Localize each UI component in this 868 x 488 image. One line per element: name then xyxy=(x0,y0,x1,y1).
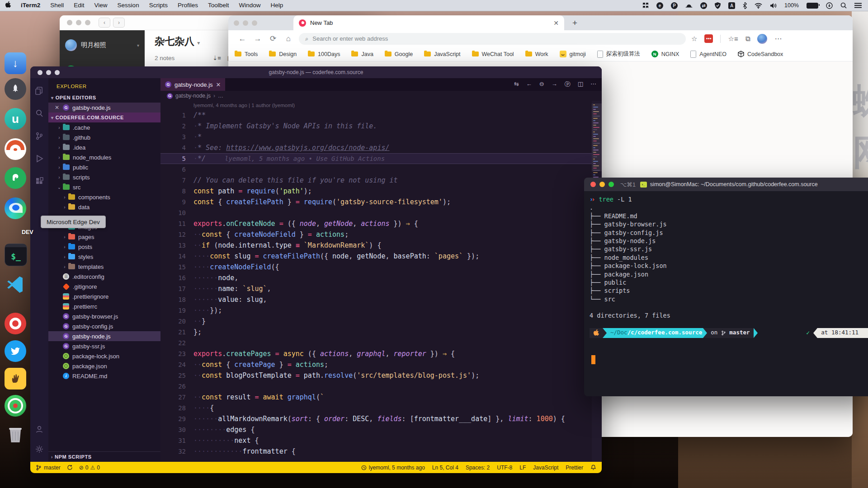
red-app-icon[interactable] xyxy=(5,313,26,334)
tree-item-gatsby-node.js[interactable]: Ggatsby-node.js xyxy=(48,331,160,341)
trash-icon[interactable] xyxy=(5,424,26,446)
menu-item-shell[interactable]: Shell xyxy=(45,0,69,11)
open-editor-item[interactable]: ✕ G gatsby-node.js xyxy=(48,103,160,113)
bookmark-item[interactable]: WeChat Tool xyxy=(472,51,514,57)
extension-icon[interactable]: ••• xyxy=(704,34,713,43)
close-button[interactable] xyxy=(590,182,596,187)
sync-icon[interactable] xyxy=(67,465,73,470)
tree-item-package.json[interactable]: ⬡package.json xyxy=(48,361,160,371)
tree-item-.idea[interactable]: ›.idea xyxy=(48,142,160,152)
forward-button[interactable]: › xyxy=(113,18,125,28)
browser-tab[interactable]: New Tab ✕ xyxy=(293,15,564,30)
utools-icon[interactable]: u xyxy=(5,108,26,130)
menu-item-session[interactable]: Session xyxy=(113,0,144,11)
problems-item[interactable]: ⊘0 ⚠0 xyxy=(79,465,100,471)
input-source-icon[interactable]: A xyxy=(728,2,735,9)
encoding[interactable]: UTF-8 xyxy=(497,465,512,471)
bookmark-item[interactable]: Java xyxy=(351,51,373,57)
account-icon[interactable] xyxy=(35,425,44,436)
back-icon[interactable]: ← xyxy=(235,34,250,43)
rocket-app-icon[interactable] xyxy=(5,78,26,100)
tree-item-.gitignore[interactable]: .gitignore xyxy=(48,282,160,291)
bookmark-item[interactable]: 100Days xyxy=(308,51,340,57)
minimize-button[interactable] xyxy=(243,20,248,26)
vscode-icon[interactable] xyxy=(5,275,26,296)
tree-item-posts[interactable]: ›posts xyxy=(48,242,160,252)
git-branch-item[interactable]: master xyxy=(36,465,61,471)
close-button[interactable] xyxy=(67,20,72,25)
tree-item-src[interactable]: ⌄src xyxy=(48,182,160,192)
menu-item-edit[interactable]: Edit xyxy=(69,0,89,11)
editor-tab[interactable]: G gatsby-node.js ✕ xyxy=(160,78,225,91)
evernote-status-icon[interactable]: e xyxy=(656,2,663,9)
bookmark-item[interactable]: CodeSandbox xyxy=(738,51,783,57)
bookmark-item[interactable]: Tools xyxy=(235,51,258,57)
bookmark-item[interactable]: Design xyxy=(269,51,297,57)
project-root-header[interactable]: ▾ CODERFEE.COM.SOURCE xyxy=(48,113,160,122)
editor-action-icon-2[interactable]: ⊖ xyxy=(539,80,544,89)
control-center-icon[interactable] xyxy=(854,2,862,9)
bookmark-item[interactable]: gitmoji xyxy=(560,51,586,57)
magnet-icon[interactable] xyxy=(642,2,649,9)
bookmark-item[interactable]: JavaScript xyxy=(424,51,460,57)
menu-item-scripts[interactable]: Scripts xyxy=(144,0,173,11)
tree-item-gatsby-ssr.js[interactable]: Ggatsby-ssr.js xyxy=(48,341,160,351)
tree-item-gatsby-browser.js[interactable]: Ggatsby-browser.js xyxy=(48,311,160,321)
files-icon[interactable] xyxy=(35,86,44,97)
notifications-bell-icon[interactable] xyxy=(590,465,596,470)
menu-item-view[interactable]: View xyxy=(90,0,113,11)
tree-item-data[interactable]: ›data xyxy=(48,202,160,212)
extensions-icon[interactable] xyxy=(35,177,44,188)
tree-item-.prettierrc[interactable]: .prettierrc xyxy=(48,301,160,311)
search-icon[interactable] xyxy=(35,109,44,120)
apple-menu[interactable] xyxy=(0,0,16,11)
iterm-icon[interactable]: $_ xyxy=(5,244,26,265)
collections-icon[interactable]: ⧉ xyxy=(745,35,750,43)
tab-close-icon[interactable]: ✕ xyxy=(216,81,221,88)
bookmark-item[interactable]: 探索初级算法 xyxy=(597,50,640,58)
zoom-button[interactable] xyxy=(252,20,257,26)
npm-scripts-header[interactable]: › NPM SCRIPTS xyxy=(48,451,160,462)
address-bar[interactable]: ⌕ Search or enter web address xyxy=(299,33,686,45)
tree-item-.github[interactable]: ›.github xyxy=(48,132,160,142)
battery-icon[interactable] xyxy=(807,2,818,9)
blame-item[interactable]: lyemoml, 5 months ago xyxy=(361,465,425,471)
formatter[interactable]: Prettier xyxy=(566,465,583,471)
editor-action-icon-1[interactable]: ← xyxy=(526,80,532,89)
bookmark-item[interactable]: NNGINX xyxy=(651,51,679,57)
code-editor[interactable]: lyemoml, 4 months ago | 1 author (lyemom… xyxy=(160,101,602,462)
hand-app-icon[interactable] xyxy=(5,368,26,389)
popclip-icon[interactable]: P xyxy=(671,2,678,9)
bookmark-item[interactable]: AgentNEO xyxy=(690,51,726,58)
home-icon[interactable]: ⌂ xyxy=(281,34,296,43)
zoom-button[interactable] xyxy=(85,20,90,25)
evernote-icon[interactable] xyxy=(5,167,26,189)
bookmark-item[interactable]: Google xyxy=(385,51,413,57)
wifi-icon[interactable] xyxy=(755,2,762,9)
editor-action-icon-3[interactable]: → xyxy=(552,80,557,89)
codelens-annotation[interactable]: lyemoml, 4 months ago | 1 author (lyemom… xyxy=(160,101,602,110)
download-app-icon[interactable]: ↓ xyxy=(5,52,26,74)
tree-item-scripts[interactable]: ›scripts xyxy=(48,172,160,182)
favorites-icon[interactable]: ☆≡ xyxy=(728,35,738,43)
sort-icon[interactable]: ⇣≡ xyxy=(212,55,221,61)
source-control-icon[interactable] xyxy=(35,131,44,142)
settings-more-icon[interactable]: ⋯ xyxy=(774,34,782,43)
tree-item-gatsby-config.js[interactable]: Ggatsby-config.js xyxy=(48,321,160,331)
switch-icon[interactable]: ⇄ xyxy=(700,2,707,9)
tab-close-icon[interactable]: ✕ xyxy=(553,19,559,27)
menu-item-toolbelt[interactable]: Toolbelt xyxy=(203,0,234,11)
zoom-button[interactable] xyxy=(609,182,614,187)
account-row[interactable]: 明月相照 ▾ xyxy=(60,36,145,55)
spotlight-search-icon[interactable] xyxy=(840,2,847,9)
open-editors-header[interactable]: ▾ OPEN EDITORS xyxy=(48,93,160,103)
tree-item-templates[interactable]: ›templates xyxy=(48,262,160,272)
menu-item-window[interactable]: Window xyxy=(234,0,265,11)
add-favorite-icon[interactable]: ☆ xyxy=(691,35,697,43)
music-app-icon[interactable] xyxy=(5,395,26,417)
hat-icon[interactable] xyxy=(685,2,693,9)
menu-item-profiles[interactable]: Profiles xyxy=(173,0,203,11)
tree-item-.cache[interactable]: ›.cache xyxy=(48,122,160,132)
tree-item-README.md[interactable]: iREADME.md xyxy=(48,371,160,381)
debug-icon[interactable] xyxy=(35,154,44,165)
